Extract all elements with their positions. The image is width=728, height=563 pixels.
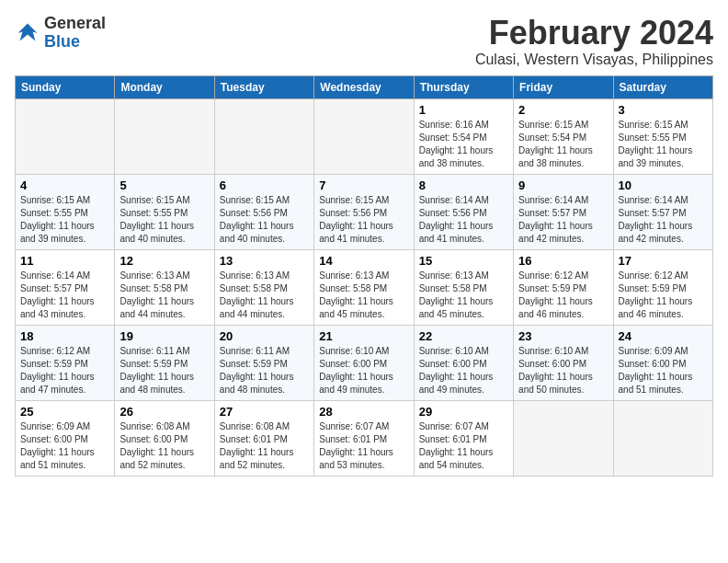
day-info: Sunrise: 6:08 AMSunset: 6:01 PMDaylight:… — [220, 420, 309, 472]
calendar-cell: 3Sunrise: 6:15 AMSunset: 5:55 PMDaylight… — [613, 98, 712, 174]
calendar-cell: 26Sunrise: 6:08 AMSunset: 6:00 PMDayligh… — [115, 400, 214, 476]
day-info: Sunrise: 6:07 AMSunset: 6:01 PMDaylight:… — [419, 420, 508, 472]
day-info: Sunrise: 6:10 AMSunset: 6:00 PMDaylight:… — [419, 345, 508, 396]
calendar-cell: 18Sunrise: 6:12 AMSunset: 5:59 PMDayligh… — [16, 325, 115, 400]
day-number: 22 — [419, 329, 508, 343]
calendar-cell: 28Sunrise: 6:07 AMSunset: 6:01 PMDayligh… — [314, 400, 414, 476]
calendar-week-3: 11Sunrise: 6:14 AMSunset: 5:57 PMDayligh… — [16, 249, 713, 325]
day-info: Sunrise: 6:14 AMSunset: 5:57 PMDaylight:… — [619, 194, 708, 246]
day-number: 21 — [319, 329, 408, 343]
weekday-header-thursday: Thursday — [414, 75, 513, 98]
month-year-title: February 2024 — [475, 15, 713, 52]
day-number: 29 — [419, 405, 508, 419]
calendar-cell: 13Sunrise: 6:13 AMSunset: 5:58 PMDayligh… — [214, 249, 313, 325]
day-info: Sunrise: 6:08 AMSunset: 6:00 PMDaylight:… — [119, 420, 209, 472]
weekday-header-friday: Friday — [514, 75, 613, 98]
day-info: Sunrise: 6:15 AMSunset: 5:56 PMDaylight:… — [220, 194, 309, 246]
calendar-cell: 7Sunrise: 6:15 AMSunset: 5:56 PMDaylight… — [314, 174, 414, 249]
calendar-cell: 24Sunrise: 6:09 AMSunset: 6:00 PMDayligh… — [613, 325, 712, 400]
svg-marker-0 — [18, 23, 38, 40]
day-number: 26 — [119, 405, 209, 419]
weekday-header-tuesday: Tuesday — [214, 75, 313, 98]
calendar-week-1: 1Sunrise: 6:16 AMSunset: 5:54 PMDaylight… — [16, 98, 713, 174]
day-number: 23 — [518, 329, 608, 343]
weekday-header-monday: Monday — [115, 75, 214, 98]
day-info: Sunrise: 6:09 AMSunset: 6:00 PMDaylight:… — [619, 345, 708, 396]
day-info: Sunrise: 6:12 AMSunset: 5:59 PMDaylight:… — [619, 270, 708, 321]
day-info: Sunrise: 6:14 AMSunset: 5:57 PMDaylight:… — [20, 270, 109, 321]
day-number: 10 — [619, 178, 708, 192]
calendar-week-4: 18Sunrise: 6:12 AMSunset: 5:59 PMDayligh… — [16, 325, 713, 400]
calendar-cell: 27Sunrise: 6:08 AMSunset: 6:01 PMDayligh… — [214, 400, 313, 476]
calendar-cell — [613, 400, 712, 476]
day-number: 6 — [220, 178, 309, 192]
day-info: Sunrise: 6:13 AMSunset: 5:58 PMDaylight:… — [220, 270, 309, 321]
calendar-table: SundayMondayTuesdayWednesdayThursdayFrid… — [15, 75, 713, 477]
calendar-cell: 14Sunrise: 6:13 AMSunset: 5:58 PMDayligh… — [314, 249, 414, 325]
weekday-header-saturday: Saturday — [613, 75, 712, 98]
calendar-cell: 25Sunrise: 6:09 AMSunset: 6:00 PMDayligh… — [16, 400, 115, 476]
day-info: Sunrise: 6:13 AMSunset: 5:58 PMDaylight:… — [319, 270, 408, 321]
calendar-cell: 4Sunrise: 6:15 AMSunset: 5:55 PMDaylight… — [16, 174, 115, 249]
day-info: Sunrise: 6:10 AMSunset: 6:00 PMDaylight:… — [319, 345, 408, 396]
calendar-cell — [115, 98, 214, 174]
day-number: 24 — [619, 329, 708, 343]
day-number: 13 — [220, 254, 309, 268]
day-number: 18 — [20, 329, 109, 343]
calendar-cell: 15Sunrise: 6:13 AMSunset: 5:58 PMDayligh… — [414, 249, 513, 325]
day-info: Sunrise: 6:15 AMSunset: 5:55 PMDaylight:… — [20, 194, 109, 246]
day-number: 9 — [518, 178, 608, 192]
day-info: Sunrise: 6:11 AMSunset: 5:59 PMDaylight:… — [220, 345, 309, 396]
weekday-header-sunday: Sunday — [16, 75, 115, 98]
day-number: 12 — [119, 254, 209, 268]
day-info: Sunrise: 6:15 AMSunset: 5:55 PMDaylight:… — [119, 194, 209, 246]
logo: General Blue — [15, 15, 106, 52]
calendar-cell: 8Sunrise: 6:14 AMSunset: 5:56 PMDaylight… — [414, 174, 513, 249]
logo-general: General — [44, 14, 106, 32]
calendar-cell — [314, 98, 414, 174]
day-number: 14 — [319, 254, 408, 268]
calendar-cell: 11Sunrise: 6:14 AMSunset: 5:57 PMDayligh… — [16, 249, 115, 325]
page-header: General Blue February 2024 Culasi, Weste… — [15, 15, 713, 68]
day-number: 16 — [518, 254, 608, 268]
day-info: Sunrise: 6:15 AMSunset: 5:56 PMDaylight:… — [319, 194, 408, 246]
day-number: 28 — [319, 405, 408, 419]
day-number: 15 — [419, 254, 508, 268]
location-subtitle: Culasi, Western Visayas, Philippines — [475, 52, 713, 68]
day-number: 17 — [619, 254, 708, 268]
calendar-cell — [16, 98, 115, 174]
day-info: Sunrise: 6:12 AMSunset: 5:59 PMDaylight:… — [518, 270, 608, 321]
day-number: 11 — [20, 254, 109, 268]
day-number: 4 — [20, 178, 109, 192]
day-info: Sunrise: 6:07 AMSunset: 6:01 PMDaylight:… — [319, 420, 408, 472]
calendar-cell: 21Sunrise: 6:10 AMSunset: 6:00 PMDayligh… — [314, 325, 414, 400]
calendar-cell: 16Sunrise: 6:12 AMSunset: 5:59 PMDayligh… — [514, 249, 613, 325]
day-number: 1 — [419, 103, 508, 117]
day-number: 20 — [220, 329, 309, 343]
day-info: Sunrise: 6:12 AMSunset: 5:59 PMDaylight:… — [20, 345, 109, 396]
day-info: Sunrise: 6:13 AMSunset: 5:58 PMDaylight:… — [419, 270, 508, 321]
weekday-header-wednesday: Wednesday — [314, 75, 414, 98]
logo-bird-icon — [15, 20, 40, 46]
day-number: 2 — [518, 103, 608, 117]
day-info: Sunrise: 6:09 AMSunset: 6:00 PMDaylight:… — [20, 420, 109, 472]
calendar-week-2: 4Sunrise: 6:15 AMSunset: 5:55 PMDaylight… — [16, 174, 713, 249]
calendar-cell: 6Sunrise: 6:15 AMSunset: 5:56 PMDaylight… — [214, 174, 313, 249]
day-info: Sunrise: 6:13 AMSunset: 5:58 PMDaylight:… — [119, 270, 209, 321]
day-number: 25 — [20, 405, 109, 419]
calendar-cell: 19Sunrise: 6:11 AMSunset: 5:59 PMDayligh… — [115, 325, 214, 400]
calendar-cell — [514, 400, 613, 476]
calendar-cell: 12Sunrise: 6:13 AMSunset: 5:58 PMDayligh… — [115, 249, 214, 325]
day-info: Sunrise: 6:15 AMSunset: 5:55 PMDaylight:… — [619, 119, 708, 170]
day-info: Sunrise: 6:11 AMSunset: 5:59 PMDaylight:… — [119, 345, 209, 396]
day-number: 27 — [220, 405, 309, 419]
calendar-cell: 17Sunrise: 6:12 AMSunset: 5:59 PMDayligh… — [613, 249, 712, 325]
day-info: Sunrise: 6:14 AMSunset: 5:56 PMDaylight:… — [419, 194, 508, 246]
calendar-cell: 9Sunrise: 6:14 AMSunset: 5:57 PMDaylight… — [514, 174, 613, 249]
day-number: 8 — [419, 178, 508, 192]
calendar-cell — [214, 98, 313, 174]
calendar-cell: 20Sunrise: 6:11 AMSunset: 5:59 PMDayligh… — [214, 325, 313, 400]
day-number: 19 — [119, 329, 209, 343]
day-info: Sunrise: 6:10 AMSunset: 6:00 PMDaylight:… — [518, 345, 608, 396]
logo-text: General Blue — [44, 15, 106, 52]
